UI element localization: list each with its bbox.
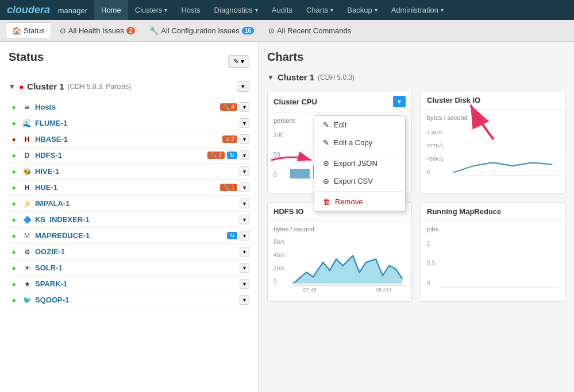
health-icon: ⊙ [60,26,66,35]
hosts-dropdown-button[interactable]: ▾ [240,102,249,112]
nav-items: Home Clusters ▾ Hosts Diagnostics ▾ Audi… [94,0,450,20]
backup-caret: ▾ [375,7,377,13]
chart-cpu-menu-button[interactable]: ▾ [393,96,406,107]
solr-icon: ☀ [21,264,33,272]
tab-status[interactable]: 🏠 Status [6,22,51,39]
service-actions-hue: 🔧 1 ▾ [220,183,249,192]
service-name-impala[interactable]: IMPALA-1 [35,199,240,208]
chart-hdfsio-body: bytes / second 6b/s 4b/s 2b/s 0 07:45 08… [268,221,411,301]
logo: cloudera manager [0,0,94,20]
ks-dropdown-button[interactable]: ▾ [240,215,249,224]
nav-audits[interactable]: Audits [265,0,299,20]
svg-rect-4 [290,169,310,178]
charts-cluster-collapse[interactable]: ▼ [267,73,274,81]
nav-clusters[interactable]: Clusters ▾ [128,0,175,20]
status-icon-hbase: ● [9,135,19,143]
status-icon-hive: ● [9,168,19,176]
oozie-dropdown-button[interactable]: ▾ [240,247,249,257]
top-nav: cloudera manager Home Clusters ▾ Hosts D… [0,0,574,20]
service-name-hue[interactable]: HUE-1 [35,183,220,192]
dropdown-export-json[interactable]: ⊕ Export JSON [314,154,405,172]
chart-diskio-body: bytes / second 1.4M/s 977K/s 488K/s 0 [421,110,565,190]
charts-cluster-name: Cluster 1 [278,72,314,82]
chart-mapreduce-body: jobs 1 0.5 0 [421,221,565,301]
chart-diskio: Cluster Disk IO bytes / second 1.4M/s 97… [421,91,565,193]
status-icon-solr: ● [9,264,19,272]
service-name-mapreduce[interactable]: MAPREDUCE-1 [35,231,227,240]
service-row: ● H HBASE-1 ⊙ 2 ▾ [9,131,249,148]
chart-mapreduce-title: Running MapReduce [427,207,501,216]
chart-diskio-header: Cluster Disk IO [421,91,565,110]
svg-text:0: 0 [273,172,277,178]
mapreduce-sync-badge: ↻ [227,232,237,239]
mapreduce-dropdown-button[interactable]: ▾ [240,231,249,240]
status-icon-mapreduce: ● [9,232,19,240]
flume-dropdown-button[interactable]: ▾ [240,118,249,128]
cluster-dropdown-button[interactable]: ▾ [237,81,249,92]
service-name-ks[interactable]: KS_INDEXER-1 [35,215,240,224]
nav-hosts[interactable]: Hosts [174,0,207,20]
hbase-dropdown-button[interactable]: ▾ [240,134,249,144]
tab-health-issues[interactable]: ⊙ All Health Issues 2 [54,23,141,38]
service-name-hdfs[interactable]: HDFS-1 [35,151,207,160]
nav-diagnostics[interactable]: Diagnostics ▾ [207,0,265,20]
svg-text:0: 0 [427,169,430,175]
service-name-solr[interactable]: SOLR-1 [35,263,240,272]
service-actions-hive: ▾ [240,166,249,176]
impala-dropdown-button[interactable]: ▾ [240,199,249,208]
service-row: ● 🐦 SQOOP-1 ▾ [9,292,249,308]
service-name-hive[interactable]: HIVE-1 [35,167,240,176]
mapreduce-icon: M [21,232,33,240]
oozie-icon: ⚙ [21,248,33,256]
chart-mapreduce-header: Running MapReduce [421,203,565,221]
hue-icon: H [21,184,33,192]
main-content: Status ✎ ▾ ▼ ● Cluster 1 (CDH 5.0.3, Par… [0,42,574,392]
service-name-spark[interactable]: SPARK-1 [35,280,240,288]
dropdown-remove[interactable]: 🗑 Remove [314,193,405,211]
config-badge: 16 [242,27,254,34]
chart-cpu-title: Cluster CPU [273,98,317,106]
svg-text:2b/s: 2b/s [273,265,285,271]
edit-status-button[interactable]: ✎ ▾ [228,55,249,68]
home-icon: 🏠 [12,26,21,35]
service-actions-flume: ▾ [240,118,249,128]
dropdown-divider2 [314,191,405,192]
flume-icon: 🌊 [21,119,33,127]
svg-text:977K/s: 977K/s [427,143,444,149]
service-row: ● ★ SPARK-1 ▾ [9,276,249,292]
tab-config-issues[interactable]: 🔧 All Configuration Issues 16 [144,23,260,38]
service-name-oozie[interactable]: OOZIE-1 [35,247,240,256]
commands-icon: ⊙ [268,26,275,35]
hbase-icon: H [21,135,33,143]
sqoop-dropdown-button[interactable]: ▾ [240,295,249,305]
nav-charts[interactable]: Charts ▾ [299,0,340,20]
chart-cpu-menu-container: ▾ ✎ Edit ✎ Edit a Copy [393,96,406,107]
solr-dropdown-button[interactable]: ▾ [240,263,249,273]
service-row: ● D HDFS-1 🔧 1 ↻ ▾ [9,148,249,164]
tab-recent-commands[interactable]: ⊙ All Recent Commands [263,23,357,38]
hue-dropdown-button[interactable]: ▾ [240,183,249,192]
hive-dropdown-button[interactable]: ▾ [240,166,249,176]
nav-administration[interactable]: Administration ▾ [384,0,450,20]
status-icon-sqoop: ● [9,296,19,304]
nav-home[interactable]: Home [94,0,128,20]
service-name-hbase[interactable]: HBASE-1 [35,135,222,143]
hosts-wrench-badge: 🔧 4 [220,103,237,111]
service-name-sqoop[interactable]: SQOOP-1 [35,296,240,304]
dropdown-export-csv[interactable]: ⊕ Export CSV [314,172,405,190]
dropdown-edit-copy[interactable]: ✎ Edit a Copy [314,134,405,152]
export-json-icon: ⊕ [323,159,329,168]
service-name-flume[interactable]: FLUME-1 [35,119,240,127]
cluster-collapse-icon[interactable]: ▼ [9,83,16,91]
dropdown-edit[interactable]: ✎ Edit [314,116,405,134]
hdfs-dropdown-button[interactable]: ▾ [240,150,249,160]
charts-grid: Cluster CPU ▾ ✎ Edit ✎ Edit a Copy [267,91,565,302]
chart-diskio-title: Cluster Disk IO [427,96,480,104]
spark-dropdown-button[interactable]: ▾ [240,279,249,289]
hdfs-icon: D [21,152,33,160]
status-panel: Status ✎ ▾ ▼ ● Cluster 1 (CDH 5.0.3, Par… [0,42,259,392]
service-name-hosts[interactable]: Hosts [35,103,220,111]
charts-cluster-header: ▼ Cluster 1 (CDH 5.0.3) [267,72,565,82]
nav-backup[interactable]: Backup ▾ [340,0,384,20]
cluster-title: ▼ ● Cluster 1 (CDH 5.0.3, Parcels) [9,81,131,91]
